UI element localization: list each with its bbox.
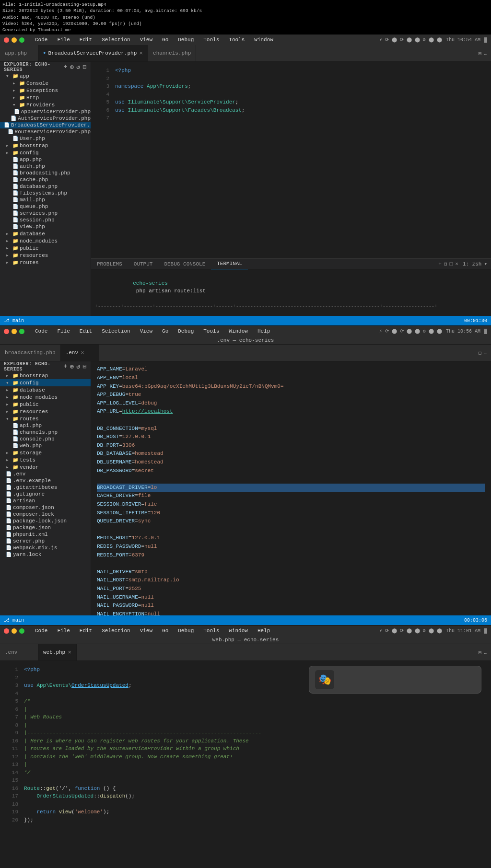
menu-debug-2[interactable]: Debug [176, 328, 196, 334]
menu-view-2[interactable]: View [138, 328, 154, 334]
sidebar2-item-tests[interactable]: ▸ 📁 tests [0, 456, 91, 463]
editor-more-icon-1[interactable]: … [484, 50, 487, 57]
tab-env-close-2[interactable]: × [81, 350, 84, 356]
sidebar2-item-yarn[interactable]: 📄 yarn.lock [0, 551, 91, 558]
sidebar2-item-dotenv[interactable]: 📄 .env [0, 471, 91, 477]
menu-code-1[interactable]: Code [33, 37, 49, 43]
sidebar-item-database[interactable]: 📄 database.php [0, 183, 91, 190]
sidebar-item-node-modules[interactable]: ▸ 📁 node_modules [0, 237, 91, 244]
tab-web-php-3[interactable]: web.php × [38, 644, 77, 661]
sidebar2-item-web[interactable]: 📄 web.php [0, 442, 91, 449]
menu-help-3[interactable]: Help [256, 628, 272, 634]
menu-help-1[interactable]: Window [252, 37, 275, 43]
code-editor-1[interactable]: 1 <?php 2 3 namespace App\Providers; 4 5 [91, 62, 491, 258]
editor-more-icon-3[interactable]: … [484, 649, 487, 656]
sidebar2-item-channels[interactable]: 📄 channels.php [0, 429, 91, 436]
sidebar-item-filesystems[interactable]: 📄 filesystems.php [0, 190, 91, 197]
menu-window-3[interactable]: Window [227, 628, 250, 634]
sidebar-item-resources[interactable]: ▸ 📁 resources [0, 252, 91, 259]
menu-edit-1[interactable]: Edit [78, 37, 94, 43]
sidebar-item-public[interactable]: ▸ 📁 public [0, 244, 91, 252]
menu-go-3[interactable]: Go [160, 628, 170, 634]
sidebar2-item-composer-json[interactable]: 📄 composer.json [0, 504, 91, 511]
editor-split-icon-3[interactable]: ⊟ [479, 649, 482, 656]
sidebar-item-providers[interactable]: ▾ 📁 Providers [0, 101, 91, 108]
sidebar-item-view[interactable]: 📄 view.php [0, 223, 91, 230]
traffic-light-yellow-3[interactable] [12, 628, 17, 634]
tab-web-php-close-3[interactable]: × [68, 649, 71, 656]
traffic-light-green-1[interactable] [19, 37, 24, 43]
sidebar2-item-webpack[interactable]: 📄 webpack.mix.js [0, 544, 91, 551]
menu-view-3[interactable]: View [138, 628, 154, 634]
traffic-light-red-1[interactable] [4, 37, 9, 43]
sidebar-collapse-icon-2[interactable]: ⊟ [83, 363, 87, 370]
sidebar2-item-package-json[interactable]: 📄 package.json [0, 524, 91, 531]
traffic-light-green-3[interactable] [19, 628, 24, 634]
sidebar-item-mail[interactable]: 📄 mail.php [0, 197, 91, 203]
sidebar-item-authserviceprovider[interactable]: 📄 AuthServiceProvider.php [0, 115, 91, 122]
tab-broadcast-provider-1[interactable]: ● BroadcastServiceProvider.php × [38, 45, 148, 62]
sidebar2-item-bootstrap[interactable]: ▸ 📁 bootstrap [0, 372, 91, 379]
sidebar-item-services[interactable]: 📄 services.php [0, 210, 91, 217]
terminal-add-icon[interactable]: + [438, 261, 442, 267]
menu-tools-2[interactable]: Tools [201, 328, 221, 334]
sidebar2-item-server[interactable]: 📄 server.php [0, 538, 91, 544]
sidebar-item-app[interactable]: ▾ 📁 app [0, 72, 91, 80]
sidebar-item-routeserviceprovider[interactable]: 📄 RouteServiceProvider.php [0, 128, 91, 135]
sidebar2-item-node-modules[interactable]: ▸ 📁 node_modules [0, 393, 91, 401]
sidebar-new-file-icon-2[interactable]: + [64, 363, 68, 370]
terminal-split-icon[interactable]: ⊟ [444, 261, 447, 267]
sidebar2-item-phpunit[interactable]: 📄 phpunit.xml [0, 531, 91, 538]
sidebar2-item-vendor[interactable]: ▸ 📁 vendor [0, 463, 91, 471]
sidebar2-item-storage[interactable]: ▸ 📁 storage [0, 449, 91, 456]
sidebar2-item-resources[interactable]: ▸ 📁 resources [0, 408, 91, 415]
menu-window-1[interactable]: Tools [227, 37, 246, 43]
panel-tab-output[interactable]: OUTPUT [128, 259, 159, 269]
menu-selection-1[interactable]: Selection [100, 37, 132, 43]
sidebar-item-http[interactable]: ▸ 📁 Http [0, 94, 91, 101]
sidebar-item-config-app[interactable]: 📄 app.php [0, 156, 91, 163]
editor-split-icon-2[interactable]: ⊟ [479, 350, 482, 356]
sidebar-item-console[interactable]: ▸ 📁 Console [0, 80, 91, 87]
sidebar2-item-config[interactable]: ▾ 📁 config [0, 379, 91, 386]
sidebar2-item-database[interactable]: ▸ 📁 database [0, 386, 91, 393]
menu-tools-3[interactable]: Tools [201, 628, 221, 634]
env-editor-2[interactable]: APP_NAME=Laravel APP_ENV=local APP_KEY=b… [91, 361, 491, 615]
sidebar-item-config[interactable]: ▸ 📁 config [0, 149, 91, 156]
terminal-close-icon[interactable]: × [455, 261, 458, 267]
sidebar2-item-api[interactable]: 📄 api.php [0, 422, 91, 429]
sidebar-item-appserviceprovider[interactable]: 📄 AppServiceProvider.php [0, 108, 91, 115]
menu-selection-3[interactable]: Selection [100, 628, 132, 634]
menu-edit-3[interactable]: Edit [78, 628, 94, 634]
terminal-max-icon[interactable]: □ [450, 261, 453, 267]
panel-tab-problems[interactable]: PROBLEMS [91, 259, 128, 269]
sidebar2-item-public[interactable]: ▸ 📁 public [0, 401, 91, 408]
tab-broadcasting-2[interactable]: broadcasting.php [0, 345, 61, 361]
tab-dotenv-3[interactable]: .env [0, 644, 38, 661]
sidebar-item-queue[interactable]: 📄 queue.php [0, 203, 91, 210]
sidebar-item-exceptions[interactable]: ▸ 📁 Exceptions [0, 87, 91, 94]
sidebar-item-bootstrap[interactable]: ▸ 📁 bootstrap [0, 142, 91, 149]
menu-debug-3[interactable]: Debug [176, 628, 196, 634]
menu-file-1[interactable]: File [55, 37, 71, 43]
tab-env-2[interactable]: .env × [61, 345, 99, 361]
sidebar-refresh-icon-2[interactable]: ↺ [76, 363, 80, 370]
sidebar-item-broadcastserviceprovider[interactable]: 📄 BroadcastServiceProvider.php [0, 122, 91, 128]
sidebar2-item-artisan[interactable]: 📄 artisan [0, 498, 91, 504]
menu-tools-1[interactable]: Tools [201, 37, 221, 43]
traffic-light-yellow-2[interactable] [12, 329, 17, 334]
terminal-content-1[interactable]: echo-series php artisan route:list +----… [91, 269, 491, 316]
menu-selection-2[interactable]: Selection [100, 328, 132, 334]
sidebar-item-session[interactable]: 📄 session.php [0, 217, 91, 223]
traffic-light-yellow-1[interactable] [12, 37, 17, 43]
menu-edit-2[interactable]: Edit [78, 328, 94, 334]
sidebar-item-cache[interactable]: 📄 cache.php [0, 176, 91, 183]
sidebar2-item-gitignore[interactable]: 📄 .gitignore [0, 491, 91, 498]
tab-app-php-1[interactable]: app.php [0, 45, 38, 62]
traffic-light-green-2[interactable] [19, 329, 24, 334]
tab-broadcast-provider-close-1[interactable]: × [139, 50, 143, 57]
tab-channels-1[interactable]: channels.php [148, 45, 196, 62]
sidebar-new-folder-icon[interactable]: ⊕ [70, 63, 74, 71]
sidebar2-item-package-lock[interactable]: 📄 package-lock.json [0, 518, 91, 524]
menu-file-2[interactable]: File [55, 328, 71, 334]
